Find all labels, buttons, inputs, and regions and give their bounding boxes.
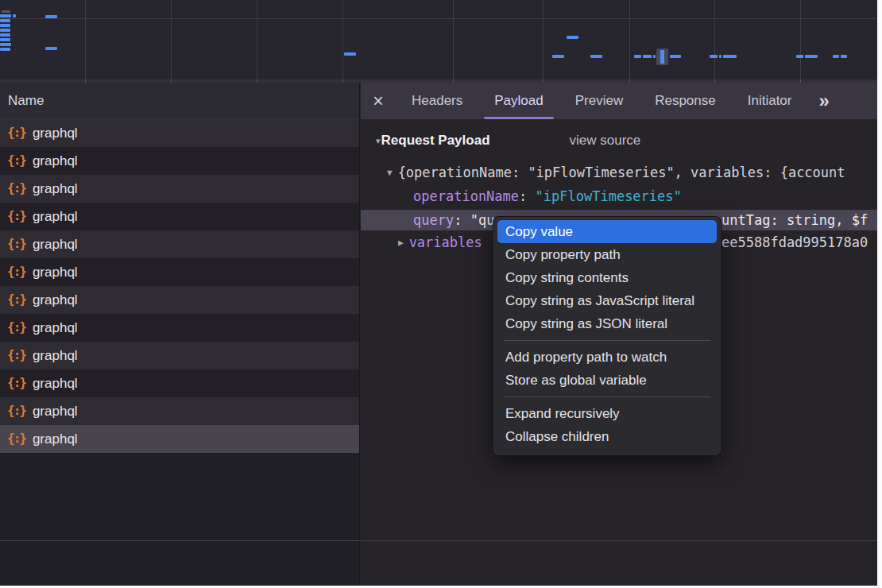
request-row[interactable]: {:}graphql (0, 425, 359, 453)
request-row[interactable]: {:}graphql (0, 397, 359, 425)
tab-headers[interactable]: Headers (412, 83, 462, 119)
menu-item-add-property-path-to-watch[interactable]: Add property path to watch (493, 346, 721, 369)
request-name: graphql (33, 431, 78, 447)
request-list: {:}graphql{:}graphql{:}graphql{:}graphql… (0, 119, 359, 453)
request-row[interactable]: {:}graphql (0, 314, 359, 342)
json-braces-icon: {:} (7, 347, 25, 362)
overview-selected-request-bar (660, 50, 664, 64)
json-braces-icon: {:} (7, 431, 25, 446)
overview-gridline (342, 0, 343, 79)
name-column-header[interactable]: Name (0, 83, 359, 119)
payload-root-preview: {operationName: "ipFlowTimeseries", vari… (398, 164, 845, 180)
overview-gridline (629, 0, 630, 79)
request-name: graphql (33, 209, 78, 225)
request-payload-section-header[interactable]: ▾ Request Payload view source (361, 129, 877, 153)
menu-item-expand-recursively[interactable]: Expand recursively (493, 402, 721, 425)
request-name: graphql (33, 348, 78, 364)
overview-gridline (85, 0, 86, 79)
expanded-triangle-icon[interactable]: ▼ (387, 168, 393, 178)
name-column-label: Name (8, 93, 44, 109)
overview-horizontal-gridline (0, 18, 877, 19)
property-key: operationName (413, 188, 519, 204)
request-timing-bar (552, 55, 564, 58)
request-timing-bar (670, 55, 681, 58)
request-timing-bar (0, 43, 11, 46)
json-braces-icon: {:} (7, 375, 25, 390)
request-row[interactable]: {:}graphql (0, 230, 359, 258)
request-name: graphql (33, 292, 78, 308)
overview-gridline (453, 0, 454, 79)
request-name: graphql (33, 126, 78, 141)
menu-item-collapse-children[interactable]: Collapse children (493, 425, 721, 448)
request-row[interactable]: {:}graphql (0, 175, 359, 203)
request-row[interactable]: {:}graphql (0, 369, 359, 397)
menu-item-copy-property-path[interactable]: Copy property path (493, 243, 721, 266)
request-row[interactable]: {:}graphql (0, 342, 359, 369)
request-timing-bar (634, 55, 641, 58)
request-timing-bar (2, 10, 10, 13)
menu-separator (504, 340, 710, 341)
request-timing-bar (0, 19, 10, 22)
network-overview-timeline[interactable] (0, 0, 877, 83)
overview-gridline (800, 0, 801, 79)
request-row[interactable]: {:}graphql (0, 119, 359, 147)
collapsed-triangle-icon[interactable]: ▶ (398, 238, 404, 248)
section-expand-triangle-icon[interactable]: ▾ (376, 136, 381, 146)
request-row[interactable]: {:}graphql (0, 286, 359, 314)
request-name: graphql (33, 404, 78, 420)
request-row[interactable]: {:}graphql (0, 258, 359, 286)
payload-root-row[interactable]: ▼ {operationName: "ipFlowTimeseries", va… (361, 162, 877, 183)
json-braces-icon: {:} (7, 264, 25, 279)
payload-operationname-row[interactable]: operationName: "ipFlowTimeseries" (361, 186, 877, 207)
request-name: graphql (33, 237, 78, 253)
request-timing-bar (710, 55, 718, 58)
tab-preview[interactable]: Preview (575, 83, 623, 119)
menu-item-store-as-global-variable[interactable]: Store as global variable (493, 369, 721, 392)
request-timing-bar (0, 29, 10, 32)
tab-response[interactable]: Response (655, 83, 716, 119)
request-timing-bar (45, 47, 57, 50)
menu-item-copy-string-as-json-literal[interactable]: Copy string as JSON literal (493, 312, 721, 335)
overview-gridline (543, 0, 544, 79)
request-timing-bar (45, 15, 57, 18)
menu-item-copy-string-contents[interactable]: Copy string contents (493, 266, 721, 289)
request-name: graphql (33, 265, 78, 280)
request-row[interactable]: {:}graphql (0, 147, 359, 175)
json-braces-icon: {:} (7, 236, 25, 251)
network-main-area: Name {:}graphql{:}graphql{:}graphql{:}gr… (0, 83, 877, 586)
close-icon[interactable]: × (361, 83, 396, 118)
details-tabs: HeadersPayloadPreviewResponseInitiator (412, 83, 791, 119)
request-timing-bar (0, 38, 10, 41)
overview-gridline (257, 0, 257, 79)
view-source-link[interactable]: view source (570, 133, 641, 149)
request-name: graphql (33, 153, 78, 169)
json-braces-icon: {:} (7, 153, 25, 168)
overview-gridline (171, 0, 172, 79)
context-menu: Copy valueCopy property pathCopy string … (493, 216, 721, 456)
property-key: variables (409, 234, 482, 250)
requests-panel: Name {:}graphql{:}graphql{:}graphql{:}gr… (0, 83, 360, 586)
request-row[interactable]: {:}graphql (0, 203, 359, 230)
request-timing-bar (0, 24, 10, 27)
json-braces-icon: {:} (7, 292, 25, 307)
json-braces-icon: {:} (7, 208, 25, 223)
menu-item-copy-value[interactable]: Copy value (497, 220, 717, 243)
overview-selected-request-marker (656, 48, 668, 65)
request-timing-bar (653, 55, 656, 58)
property-value-start: "qu (470, 212, 495, 228)
request-timing-bar (833, 55, 839, 58)
details-tab-bar: × HeadersPayloadPreviewResponseInitiator… (361, 83, 877, 119)
request-timing-bar (643, 55, 652, 58)
section-title: Request Payload (381, 133, 490, 149)
tab-payload[interactable]: Payload (494, 83, 543, 119)
devtools-window: Name {:}graphql{:}graphql{:}graphql{:}gr… (0, 0, 877, 586)
footer-divider (0, 540, 877, 541)
request-timing-bar (723, 55, 737, 58)
tab-initiator[interactable]: Initiator (748, 83, 792, 119)
menu-item-copy-string-as-javascript-literal[interactable]: Copy string as JavaScript literal (493, 289, 721, 312)
request-timing-bar (13, 14, 16, 17)
json-braces-icon: {:} (7, 403, 25, 418)
request-timing-bar (719, 55, 721, 58)
more-tabs-icon[interactable]: » (818, 90, 829, 112)
key-separator: : (454, 212, 470, 228)
